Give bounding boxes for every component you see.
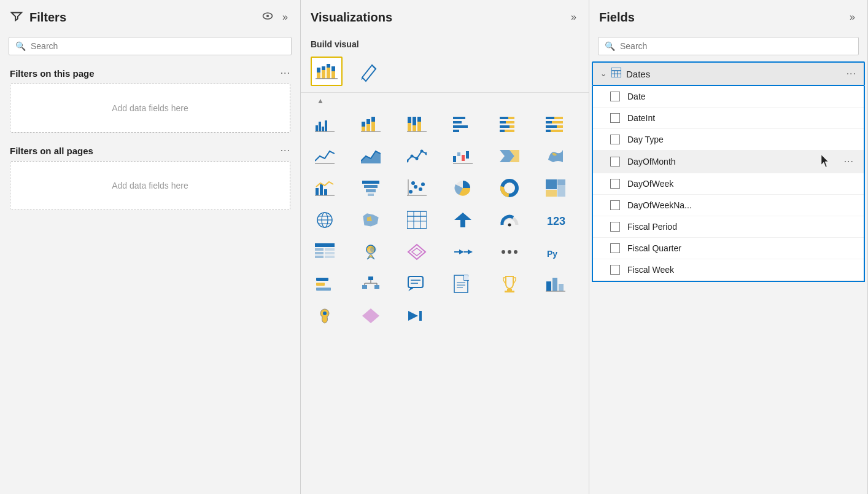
viz-icon-bar-horiz-100[interactable] — [538, 109, 573, 139]
viz-icon-ribbon[interactable] — [492, 141, 527, 171]
field-checkbox-fiscalweek[interactable] — [610, 265, 620, 275]
filters-all-pages-ellipsis[interactable]: ··· — [281, 145, 290, 156]
viz-icon-scatter[interactable] — [399, 173, 435, 203]
viz-icon-diamond[interactable] — [399, 237, 435, 267]
viz-icon-bar-horiz-stacked[interactable] — [492, 109, 527, 139]
filters-all-pages-drop-zone: Add data fields here — [10, 161, 290, 210]
filters-all-pages-title: Filters on all pages — [10, 146, 93, 156]
field-checkbox-dayofweekna[interactable] — [610, 200, 620, 210]
field-item-fiscalperiod[interactable]: Fiscal Period — [593, 216, 864, 238]
filters-collapse-button[interactable]: » — [280, 10, 290, 24]
viz-icon-donut[interactable] — [492, 173, 527, 203]
field-name-daytype: Day Type — [627, 135, 854, 144]
field-item-dayofweekna[interactable]: DayOfWeekNa... — [593, 195, 864, 216]
viz-icon-funnel[interactable] — [353, 173, 389, 203]
field-item-daytype[interactable]: Day Type — [593, 129, 864, 151]
viz-icon-bar-100[interactable] — [399, 109, 435, 139]
viz-icon-shape-map[interactable] — [353, 205, 389, 235]
svg-rect-106 — [325, 256, 335, 258]
filters-this-page-ellipsis[interactable]: ··· — [281, 68, 290, 79]
svg-rect-61 — [466, 151, 469, 159]
svg-rect-66 — [320, 184, 323, 195]
field-checkbox-dayofweek[interactable] — [610, 179, 620, 189]
viz-icon-filled-map[interactable] — [538, 141, 573, 171]
viz-icon-forward[interactable] — [399, 300, 435, 331]
fields-search-input[interactable] — [620, 41, 852, 51]
viz-icon-line[interactable] — [307, 141, 343, 171]
viz-icon-gauge[interactable] — [492, 205, 527, 235]
svg-rect-3 — [317, 73, 320, 79]
viz-icon-org-chart[interactable] — [353, 269, 389, 299]
viz-icon-map-marker[interactable] — [307, 300, 343, 331]
svg-rect-15 — [325, 120, 327, 131]
field-item-date[interactable]: Date — [593, 86, 864, 108]
viz-icon-area[interactable] — [353, 141, 389, 171]
svg-point-75 — [419, 187, 422, 191]
fields-panel: Fields » 🔍 ⌄ Dates ··· Date DateInt Day … — [589, 0, 868, 494]
svg-marker-111 — [412, 248, 422, 256]
filters-this-page-title: Filters on this page — [10, 68, 95, 79]
field-checkbox-fiscalperiod[interactable] — [610, 222, 620, 232]
viz-icon-ellipsis-more[interactable] — [492, 237, 527, 267]
viz-icon-table-data[interactable] — [307, 237, 343, 267]
filters-search-input[interactable] — [31, 41, 285, 51]
viz-icon-bar-stacked[interactable] — [353, 109, 389, 139]
field-checkbox-dayofmonth[interactable] — [610, 157, 620, 167]
viz-icon-bar-clustered[interactable] — [307, 109, 343, 139]
svg-rect-18 — [362, 122, 365, 127]
viz-icon-diamond2[interactable] — [353, 300, 389, 331]
viz-icon-treemap[interactable] — [538, 173, 573, 203]
field-item-dayofweek[interactable]: DayOfWeek — [593, 173, 864, 195]
field-name-fiscalperiod: Fiscal Period — [627, 222, 854, 232]
viz-icon-trophy[interactable] — [492, 269, 527, 299]
field-ellipsis-dayofmonth[interactable]: ··· — [844, 156, 854, 167]
field-item-fiscalweek[interactable]: Fiscal Week — [593, 259, 864, 281]
dates-table-row[interactable]: ⌄ Dates ··· — [592, 61, 865, 86]
viz-icon-bar-chart-2[interactable] — [538, 269, 573, 299]
viz-icon-flow[interactable] — [445, 237, 481, 267]
viz-icon-table-visual[interactable] — [399, 205, 435, 235]
viz-format-icon[interactable] — [352, 57, 384, 86]
field-item-dateint[interactable]: DateInt — [593, 108, 864, 129]
viz-icon-gantt[interactable] — [307, 269, 343, 299]
viz-icon-globe[interactable] — [307, 205, 343, 235]
viz-icon-python[interactable]: Py — [538, 237, 573, 267]
fields-search-bar: 🔍 — [598, 37, 859, 55]
fields-collapse-button[interactable]: » — [847, 10, 858, 24]
viz-icon-arrow[interactable] — [445, 205, 481, 235]
svg-rect-40 — [510, 125, 514, 128]
dates-ellipsis[interactable]: ··· — [847, 68, 856, 79]
field-checkbox-date[interactable] — [610, 92, 620, 101]
field-item-dayofmonth[interactable]: DayOfMonth ··· — [593, 151, 864, 173]
viz-selected-icon[interactable] — [311, 57, 343, 86]
viz-collapse-button[interactable]: » — [568, 10, 579, 24]
svg-rect-41 — [500, 130, 505, 132]
svg-rect-146 — [419, 311, 422, 321]
filters-all-pages-placeholder: Add data fields here — [112, 181, 188, 190]
viz-icon-waterfall[interactable] — [445, 141, 481, 171]
viz-icon-paginated[interactable] — [445, 269, 481, 299]
svg-marker-152 — [821, 155, 828, 167]
field-checkbox-daytype[interactable] — [610, 135, 620, 144]
svg-rect-83 — [546, 179, 557, 189]
viz-icon-chat[interactable] — [399, 269, 435, 299]
field-checkbox-dateint[interactable] — [610, 113, 620, 123]
field-item-fiscalquarter[interactable]: Fiscal Quarter — [593, 238, 864, 259]
viz-icon-number[interactable]: 123 — [538, 205, 573, 235]
svg-rect-123 — [374, 285, 379, 289]
viz-icon-pie[interactable] — [445, 173, 481, 203]
viz-icon-map-pin[interactable] — [353, 237, 389, 267]
svg-rect-101 — [315, 248, 324, 251]
svg-rect-71 — [366, 189, 376, 192]
filters-this-page-drop-zone: Add data fields here — [10, 84, 290, 133]
viz-title: Visualizations — [311, 10, 562, 25]
svg-rect-46 — [546, 121, 552, 124]
field-checkbox-fiscalquarter[interactable] — [610, 243, 620, 253]
svg-rect-14 — [322, 127, 324, 131]
viz-icon-bar-horiz[interactable] — [445, 109, 481, 139]
eye-icon[interactable] — [262, 10, 274, 25]
svg-rect-32 — [453, 121, 462, 124]
filters-all-pages-section: Filters on all pages ··· Add data fields… — [0, 139, 300, 216]
viz-icon-bar-combo[interactable] — [307, 173, 343, 203]
viz-icon-line-markers[interactable] — [399, 141, 435, 171]
